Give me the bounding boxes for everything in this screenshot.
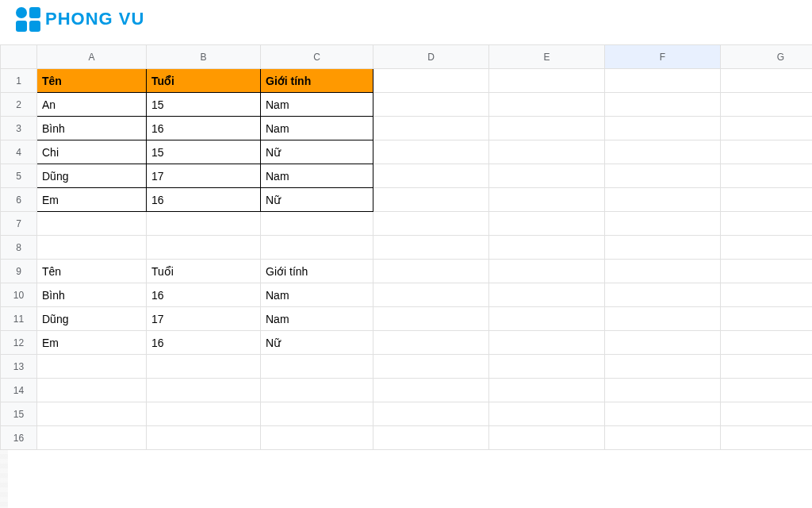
cell-E14[interactable] [489,379,605,402]
row-header-7[interactable]: 7 [1,212,37,236]
cell-B9[interactable]: Tuổi [147,260,261,283]
cell-D4[interactable] [373,140,489,164]
cell-C13[interactable] [261,355,373,379]
cell-D13[interactable] [373,355,489,379]
cell-A13[interactable] [37,355,147,379]
cell-F8[interactable] [605,236,721,260]
cell-G10[interactable] [721,283,813,307]
cell-B16[interactable] [147,426,261,450]
cell-A8[interactable] [37,236,147,260]
cell-G11[interactable] [721,307,813,331]
cell-G2[interactable] [721,93,813,117]
cell-C11[interactable]: Nam [261,307,373,331]
cell-B6[interactable]: 16 [147,188,261,212]
cell-B13[interactable] [147,355,261,379]
cell-B8[interactable] [147,236,261,260]
cell-B3[interactable]: 16 [147,117,261,140]
cell-A14[interactable] [37,379,147,402]
cell-A6[interactable]: Em [37,188,147,212]
row-header-2[interactable]: 2 [1,93,37,117]
cell-A9[interactable]: Tên [37,260,147,283]
cell-B12[interactable]: 16 [147,331,261,355]
cell-G9[interactable] [721,260,813,283]
cell-A4[interactable]: Chi [37,140,147,164]
cell-A10[interactable]: Bình [37,283,147,307]
cell-G1[interactable] [721,69,813,93]
cell-B11[interactable]: 17 [147,307,261,331]
cell-B1[interactable]: Tuổi [147,69,261,93]
cell-E8[interactable] [489,236,605,260]
col-header-F[interactable]: F [605,45,721,69]
cell-D7[interactable] [373,212,489,236]
cell-C4[interactable]: Nữ [261,140,373,164]
cell-G12[interactable] [721,331,813,355]
corner-cell[interactable] [1,45,37,69]
cell-F7[interactable] [605,212,721,236]
cell-D14[interactable] [373,379,489,402]
row-header-11[interactable]: 11 [1,307,37,331]
cell-E3[interactable] [489,117,605,140]
cell-E13[interactable] [489,355,605,379]
cell-D6[interactable] [373,188,489,212]
cell-C14[interactable] [261,379,373,402]
cell-G16[interactable] [721,426,813,450]
row-header-5[interactable]: 5 [1,164,37,188]
cell-C7[interactable] [261,212,373,236]
cell-D12[interactable] [373,331,489,355]
cell-A12[interactable]: Em [37,331,147,355]
cell-A5[interactable]: Dũng [37,164,147,188]
cell-D5[interactable] [373,164,489,188]
cell-F16[interactable] [605,426,721,450]
cell-G6[interactable] [721,188,813,212]
cell-E10[interactable] [489,283,605,307]
cell-E7[interactable] [489,212,605,236]
cell-F3[interactable] [605,117,721,140]
cell-B7[interactable] [147,212,261,236]
cell-B2[interactable]: 15 [147,93,261,117]
cell-C1[interactable]: Giới tính [261,69,373,93]
row-header-9[interactable]: 9 [1,260,37,283]
cell-A16[interactable] [37,426,147,450]
cell-C15[interactable] [261,402,373,426]
cell-C8[interactable] [261,236,373,260]
cell-D8[interactable] [373,236,489,260]
cell-A2[interactable]: An [37,93,147,117]
cell-D3[interactable] [373,117,489,140]
cell-D11[interactable] [373,307,489,331]
row-header-13[interactable]: 13 [1,355,37,379]
cell-F14[interactable] [605,379,721,402]
cell-C9[interactable]: Giới tính [261,260,373,283]
row-header-1[interactable]: 1 [1,69,37,93]
row-header-15[interactable]: 15 [1,402,37,426]
cell-F1[interactable] [605,69,721,93]
cell-F2[interactable] [605,93,721,117]
col-header-D[interactable]: D [373,45,489,69]
col-header-C[interactable]: C [261,45,373,69]
cell-C5[interactable]: Nam [261,164,373,188]
cell-G13[interactable] [721,355,813,379]
row-header-14[interactable]: 14 [1,379,37,402]
cell-A7[interactable] [37,212,147,236]
cell-F6[interactable] [605,188,721,212]
cell-E12[interactable] [489,331,605,355]
cell-G7[interactable] [721,212,813,236]
cell-G3[interactable] [721,117,813,140]
cell-B10[interactable]: 16 [147,283,261,307]
cell-B4[interactable]: 15 [147,140,261,164]
cell-E11[interactable] [489,307,605,331]
col-header-E[interactable]: E [489,45,605,69]
row-header-6[interactable]: 6 [1,188,37,212]
cell-E15[interactable] [489,402,605,426]
cell-D9[interactable] [373,260,489,283]
col-header-G[interactable]: G [721,45,813,69]
cell-G8[interactable] [721,236,813,260]
cell-B5[interactable]: 17 [147,164,261,188]
row-header-8[interactable]: 8 [1,236,37,260]
cell-D16[interactable] [373,426,489,450]
col-header-A[interactable]: A [37,45,147,69]
cell-F13[interactable] [605,355,721,379]
cell-E2[interactable] [489,93,605,117]
cell-D2[interactable] [373,93,489,117]
row-header-10[interactable]: 10 [1,283,37,307]
cell-E4[interactable] [489,140,605,164]
